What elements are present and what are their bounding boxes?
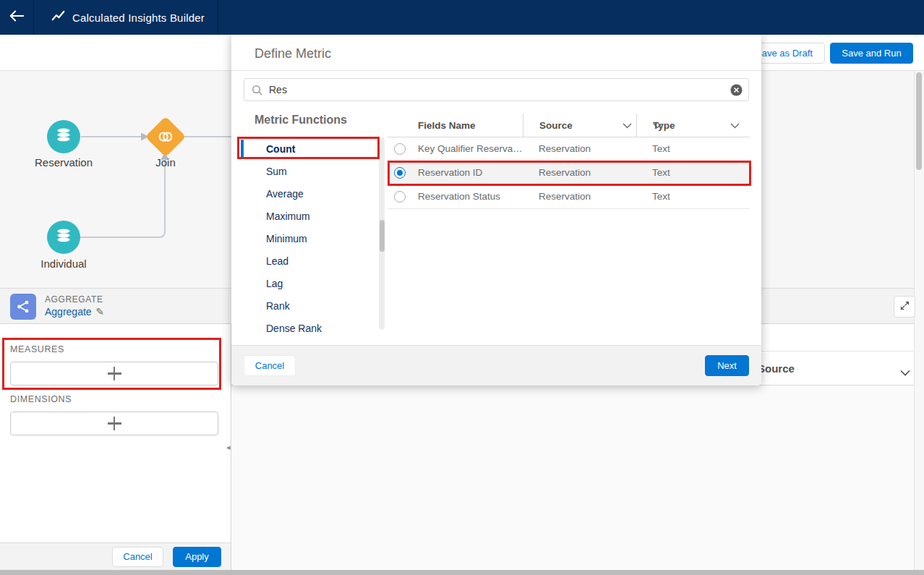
function-item-minimum[interactable]: Minimum <box>231 227 379 250</box>
function-item-average[interactable]: Average <box>231 182 379 205</box>
preview-source-column-header[interactable]: Source <box>758 362 795 375</box>
canvas-scrollbar[interactable] <box>914 71 924 570</box>
field-search-box <box>244 78 749 101</box>
define-metric-modal: Define Metric Metric Functions Count Sum <box>231 33 761 386</box>
node-join-label: Join <box>122 156 209 169</box>
search-icon <box>252 85 263 99</box>
modal-divider <box>231 70 761 71</box>
modal-title: Define Metric <box>254 46 331 61</box>
table-row-reservation-id[interactable]: Reservation ID Reservation Text <box>388 161 750 185</box>
function-list-scrollbar[interactable] <box>379 137 385 330</box>
global-navbar: Calculated Insights Builder <box>0 0 924 35</box>
modal-footer: Cancel Next <box>231 345 761 386</box>
aggregate-config-panel: MEASURES DIMENSIONS Cancel Apply <box>0 324 231 570</box>
database-icon <box>54 226 73 248</box>
function-item-count[interactable]: Count <box>231 137 379 160</box>
radio-unselected[interactable] <box>394 191 406 203</box>
column-header-type[interactable]: Type <box>636 114 750 137</box>
radio-unselected[interactable] <box>394 143 406 155</box>
plus-icon <box>108 367 121 380</box>
aggregate-cancel-button[interactable]: Cancel <box>112 547 163 567</box>
add-measure-button[interactable] <box>10 362 218 386</box>
database-icon <box>54 126 73 148</box>
back-arrow-icon <box>9 9 25 25</box>
fields-table: Fields Name Source Type <box>388 114 750 209</box>
window-bottom-edge <box>0 570 924 575</box>
expand-panel-button[interactable] <box>894 296 915 318</box>
radio-selected[interactable] <box>394 167 406 179</box>
back-button[interactable] <box>0 0 34 35</box>
function-item-lead[interactable]: Lead <box>231 250 379 272</box>
modal-cancel-button[interactable]: Cancel <box>244 355 296 376</box>
collapse-panel-icon[interactable]: ◂ <box>226 443 231 452</box>
node-individual-label: Individual <box>20 257 107 270</box>
chevron-down-icon[interactable] <box>730 120 740 131</box>
function-item-sum[interactable]: Sum <box>231 160 379 182</box>
node-name-link[interactable]: Aggregate <box>45 306 92 318</box>
edit-pencil-icon[interactable]: ✎ <box>96 306 105 318</box>
metric-function-list: Count Sum Average Maximum Minimum Lead L… <box>231 137 379 339</box>
node-individual[interactable] <box>47 221 80 254</box>
app-brand: Calculated Insights Builder <box>34 0 218 35</box>
plus-icon <box>108 417 121 430</box>
node-type-label: AGGREGATE <box>45 294 103 304</box>
chevron-down-icon[interactable] <box>623 120 632 131</box>
search-input[interactable] <box>269 79 717 101</box>
chevron-down-icon[interactable] <box>900 366 910 379</box>
insights-chart-icon <box>51 10 65 25</box>
aggregate-icon <box>10 294 36 320</box>
metric-functions-heading: Metric Functions <box>254 114 347 127</box>
clear-search-icon[interactable] <box>730 84 743 99</box>
column-header-source[interactable]: Source <box>523 114 642 137</box>
dimensions-label: DIMENSIONS <box>10 394 72 404</box>
modal-next-button[interactable]: Next <box>705 355 749 376</box>
aggregate-panel-footer: Cancel Apply <box>0 542 231 570</box>
app-title: Calculated Insights Builder <box>72 12 205 24</box>
function-list-scrollbar-thumb[interactable] <box>380 220 385 252</box>
table-row-reservation-status[interactable]: Reservation Status Reservation Text <box>388 185 750 209</box>
function-item-rank[interactable]: Rank <box>231 294 379 317</box>
function-item-maximum[interactable]: Maximum <box>231 205 379 227</box>
node-reservation-label: Reservation <box>20 156 107 169</box>
fields-table-header: Fields Name Source Type <box>388 114 750 137</box>
node-reservation[interactable] <box>47 120 80 153</box>
table-row-key-qualifier[interactable]: Key Qualifier Reserva… Reservation Text <box>388 137 750 161</box>
function-item-dense-rank[interactable]: Dense Rank <box>231 317 379 339</box>
expand-icon <box>899 300 910 314</box>
measures-label: MEASURES <box>10 344 64 354</box>
canvas-scrollbar-thumb[interactable] <box>916 72 922 170</box>
function-item-lag[interactable]: Lag <box>231 272 379 294</box>
add-dimension-button[interactable] <box>10 412 218 435</box>
join-icon <box>157 129 174 144</box>
aggregate-apply-button[interactable]: Apply <box>173 547 221 567</box>
save-and-run-button[interactable]: Save and Run <box>830 43 913 64</box>
calculated-insights-builder-app: Reservation Join Individual <box>0 0 924 575</box>
